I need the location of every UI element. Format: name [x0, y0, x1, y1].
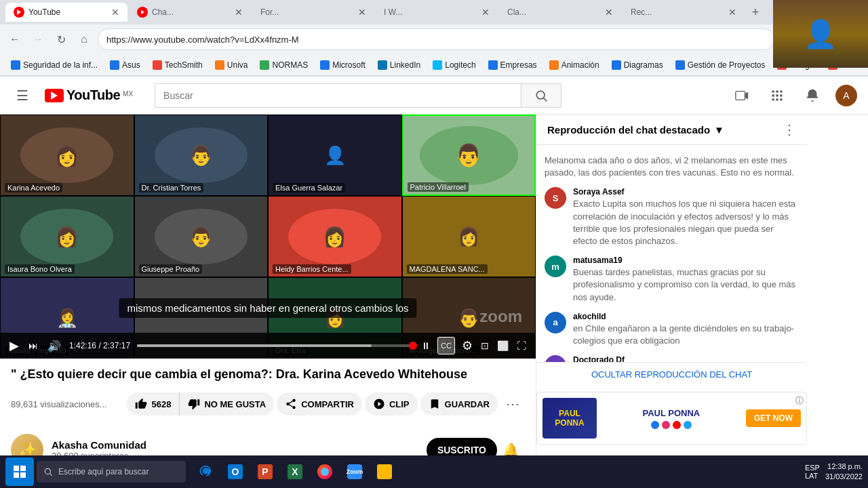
active-tab[interactable]: YouTube ✕	[5, 3, 127, 22]
share-btn[interactable]: COMPARTIR	[277, 392, 362, 415]
bookmark-gestion[interactable]: Gestión de Proyectos	[670, 58, 771, 73]
apps-btn[interactable]	[765, 83, 789, 108]
theater-btn[interactable]: ⬜	[496, 337, 510, 354]
taskbar: Escribe aquí para buscar O P X Zoom ESP	[0, 455, 868, 488]
inactive-tab-1[interactable]: Cha... ✕	[129, 3, 251, 22]
tab-close-5[interactable]: ✕	[605, 7, 613, 18]
chapters-btn[interactable]: ⏸	[420, 337, 432, 354]
user-avatar[interactable]: A	[835, 85, 857, 106]
taskbar-app-files[interactable]	[370, 458, 399, 486]
dislike-btn[interactable]: NO ME GUSTA	[179, 392, 274, 415]
msg-author-4: Doctorado Df	[573, 355, 799, 362]
video-cell-1: 👩 Karina Acevedo	[0, 115, 134, 196]
chat-dropdown-icon: ▼	[714, 124, 724, 136]
create-video-btn[interactable]	[730, 83, 754, 108]
tab-favicon	[14, 7, 24, 18]
channel-name[interactable]: Akasha Comunidad	[52, 439, 427, 451]
new-tab-btn[interactable]: +	[746, 3, 765, 22]
taskbar-app-outlook[interactable]: O	[221, 458, 250, 486]
save-btn[interactable]: GUARDAR	[420, 392, 498, 415]
settings-btn[interactable]: ⚙	[460, 337, 474, 354]
taskbar-app-excel[interactable]: X	[281, 458, 309, 486]
bookmark-label-12: Gestión de Proyectos	[688, 60, 766, 70]
inactive-tab-2[interactable]: For... ✕	[252, 3, 374, 22]
svg-rect-11	[780, 94, 782, 96]
create-icon	[734, 88, 749, 103]
clip-btn[interactable]: CLIP	[365, 392, 418, 415]
msg-author-1: Soraya Assef	[573, 187, 799, 197]
start-btn[interactable]	[5, 458, 34, 486]
bookmark-univa[interactable]: Univa	[210, 58, 254, 73]
bookmark-microsoft[interactable]: Microsoft	[315, 58, 371, 73]
ad-close-btn[interactable]: ⓘ	[795, 395, 804, 407]
bookmark-empresas[interactable]: Empresas	[483, 58, 542, 73]
miniplayer-btn[interactable]: ⊡	[479, 337, 490, 354]
hide-chat-btn[interactable]: OCULTAR REPRODUCCIÓN DEL CHAT	[536, 362, 807, 386]
tab-close-6[interactable]: ✕	[728, 7, 736, 18]
svg-rect-14	[780, 98, 782, 100]
reload-btn[interactable]: ↻	[52, 30, 71, 49]
taskbar-app-edge[interactable]	[191, 458, 220, 486]
svg-point-0	[536, 91, 545, 99]
ad-get-now-btn[interactable]: GET NOW	[746, 409, 801, 427]
ad-banner: ⓘ PAUL PONNA PAUL PONNA GE	[536, 392, 807, 445]
notifications-btn[interactable]	[800, 83, 825, 108]
next-btn[interactable]: ⏭	[27, 339, 39, 352]
bell-icon	[805, 88, 820, 103]
yt-menu-btn[interactable]: ☰	[11, 82, 34, 109]
svg-marker-3	[745, 92, 749, 99]
bookmark-diagramas[interactable]: Diagramas	[606, 58, 669, 73]
yt-search-input[interactable]	[155, 83, 521, 108]
progress-dot	[409, 342, 417, 350]
bookmark-animacion[interactable]: Animación	[544, 58, 605, 73]
home-btn[interactable]: ⌂	[75, 30, 94, 49]
cell-name-8: MAGDALENA SANC...	[407, 264, 488, 274]
tab-close-btn[interactable]: ✕	[111, 7, 119, 18]
back-btn[interactable]: ←	[5, 30, 24, 49]
like-icon	[135, 398, 147, 410]
tab-close-4[interactable]: ✕	[481, 7, 490, 18]
tab-favicon-2	[137, 7, 148, 18]
video-cell-6: 👨 Giuseppe Proaño	[134, 196, 269, 277]
bookmark-label-3: TechSmith	[165, 60, 203, 70]
bookmark-linkedin[interactable]: LinkedIn	[372, 58, 426, 73]
cell-name-5: Isaura Bono Olvera	[5, 264, 75, 274]
video-cell-5: 👩 Isaura Bono Olvera	[0, 196, 134, 277]
bookmark-icon-4	[215, 60, 224, 70]
inactive-tab-5[interactable]: Rec... ✕	[623, 3, 745, 22]
tabs-bar: YouTube ✕ Cha... ✕ For... ✕ I W... ✕ Cla…	[0, 0, 868, 24]
address-bar[interactable]: https://www.youtube.com/watch?v=LdXx4fnz…	[98, 28, 774, 50]
fullscreen-btn[interactable]: ⛶	[515, 337, 528, 354]
progress-bar[interactable]	[137, 344, 413, 347]
bookmark-asus[interactable]: Asus	[104, 58, 146, 73]
volume-btn[interactable]: 🔊	[46, 338, 62, 354]
inactive-tab-4[interactable]: Cla... ✕	[499, 3, 621, 22]
bookmark-logitech[interactable]: Logitech	[427, 58, 481, 73]
inactive-tab-3[interactable]: I W... ✕	[376, 3, 498, 22]
yt-search-btn[interactable]	[521, 83, 561, 108]
yt-search-bar	[155, 83, 561, 108]
bookmark-techsmith[interactable]: TechSmith	[147, 58, 208, 73]
svg-rect-6	[772, 90, 774, 92]
chat-menu-btn[interactable]: ⋮	[783, 121, 796, 138]
forward-btn[interactable]: →	[28, 30, 47, 49]
msg-text-0: Melanoma cada año o dos años, vi 2 melan…	[545, 155, 799, 179]
tab-close-2[interactable]: ✕	[235, 7, 243, 18]
taskbar-app-firefox[interactable]	[311, 458, 339, 486]
cell-name-3: Elsa Guerra Salazar	[273, 183, 345, 192]
taskbar-app-powerpoint[interactable]: P	[251, 458, 279, 486]
bookmark-normas[interactable]: NORMAS	[254, 58, 313, 73]
yt-logo[interactable]: YouTube MX	[45, 87, 133, 103]
video-player[interactable]: 👩 Karina Acevedo 👨 Dr. Cristian Torres 👤	[0, 115, 536, 359]
cell-name-4: Patricio Villarroel	[408, 182, 469, 192]
taskbar-app-zoom[interactable]: Zoom	[340, 458, 369, 486]
more-actions-btn[interactable]: ⋯	[500, 390, 525, 418]
like-btn[interactable]: 5628	[127, 392, 179, 415]
subtitle-btn[interactable]: CC	[437, 337, 455, 354]
bookmark-seguridad[interactable]: Seguridad de la inf...	[5, 58, 103, 73]
tab-close-3[interactable]: ✕	[358, 7, 366, 18]
play-btn[interactable]: ▶	[8, 337, 20, 354]
bookmark-icon-1	[11, 60, 20, 70]
chat-title[interactable]: Reproducción del chat destacado ▼	[547, 124, 724, 136]
taskbar-search-bar[interactable]: Escribe aquí para buscar	[37, 461, 186, 483]
